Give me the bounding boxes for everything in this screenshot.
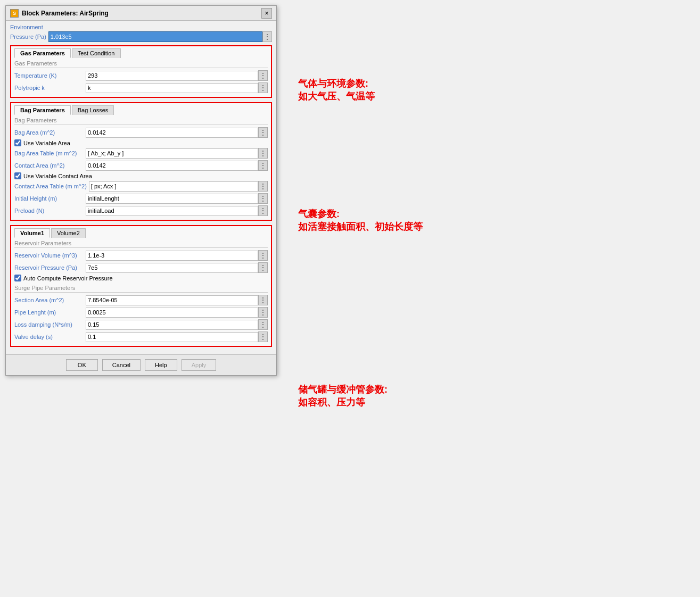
reservoir-volume-input[interactable] xyxy=(86,251,258,261)
bag-area-table-menu-btn[interactable]: ⋮ xyxy=(258,148,268,159)
temperature-label: Temperature (K) xyxy=(14,72,84,79)
auto-compute-checkbox[interactable] xyxy=(14,275,21,281)
volume-tab-1[interactable]: Volume1 xyxy=(14,228,50,238)
loss-damping-menu-btn[interactable]: ⋮ xyxy=(258,319,268,330)
polytropic-row: Polytropic k ⋮ xyxy=(14,82,268,93)
reservoir-annotation: 储气罐与缓冲管参数: 如容积、压力等 xyxy=(298,383,388,409)
preload-menu-btn[interactable]: ⋮ xyxy=(258,205,268,216)
use-variable-area-checkbox[interactable] xyxy=(14,139,21,146)
initial-height-input[interactable] xyxy=(86,194,258,204)
volume-tab-2[interactable]: Volume2 xyxy=(51,228,86,238)
reservoir-pressure-input[interactable] xyxy=(86,263,258,273)
pipe-length-input[interactable] xyxy=(86,308,258,318)
dialog-title: Block Parameters: AirSpring xyxy=(22,10,109,17)
dialog-footer: OK Cancel Help Apply xyxy=(6,354,276,375)
initial-height-label: Initial Height (m) xyxy=(14,195,84,202)
initial-height-menu-btn[interactable]: ⋮ xyxy=(258,193,268,204)
pipe-length-row: Pipe Lenght (m) ⋮ xyxy=(14,307,268,318)
volume-tab-strip: Volume1 Volume2 xyxy=(14,228,268,238)
use-variable-contact-checkbox[interactable] xyxy=(14,172,21,179)
pressure-menu-btn[interactable]: ⋮ xyxy=(262,31,272,42)
help-button[interactable]: Help xyxy=(145,359,177,371)
gas-group-label: Gas Parameters xyxy=(14,60,268,68)
reservoir-annotation-desc: 如容积、压力等 xyxy=(298,396,388,409)
use-variable-area-row: Use Variable Area xyxy=(14,139,268,146)
gas-tab-parameters[interactable]: Gas Parameters xyxy=(14,48,71,58)
section-area-label: Section Area (m^2) xyxy=(14,297,84,303)
bag-tab-losses[interactable]: Bag Losses xyxy=(72,105,114,115)
valve-delay-input[interactable] xyxy=(86,332,258,342)
reservoir-volume-row: Reservoir Volume (m^3) ⋮ xyxy=(14,250,268,261)
title-left: S Block Parameters: AirSpring xyxy=(10,9,109,18)
initial-height-row: Initial Height (m) ⋮ xyxy=(14,193,268,204)
preload-label: Preload (N) xyxy=(14,208,84,214)
temperature-row: Temperature (K) ⋮ xyxy=(14,70,268,81)
contact-area-label: Contact Area (m^2) xyxy=(14,162,84,169)
contact-area-table-input[interactable] xyxy=(89,181,258,192)
contact-area-input[interactable] xyxy=(86,161,258,171)
bag-annotation: 气囊参数: 如活塞接触面积、初始长度等 xyxy=(298,208,423,233)
reservoir-pressure-row: Reservoir Pressure (Pa) ⋮ xyxy=(14,262,268,273)
polytropic-label: Polytropic k xyxy=(14,85,84,91)
bag-area-menu-btn[interactable]: ⋮ xyxy=(258,127,268,138)
section-area-menu-btn[interactable]: ⋮ xyxy=(258,295,268,305)
volume-section: Volume1 Volume2 Reservoir Parameters Res… xyxy=(10,225,272,347)
dialog-body: Environment Pressure (Pa) ⋮ Gas Paramete… xyxy=(6,21,276,354)
contact-area-table-menu-btn[interactable]: ⋮ xyxy=(258,181,268,192)
close-button[interactable]: × xyxy=(261,8,272,19)
bag-tab-parameters[interactable]: Bag Parameters xyxy=(14,105,71,115)
contact-area-row: Contact Area (m^2) ⋮ xyxy=(14,160,268,171)
contact-area-table-row: Contact Area Table (m m^2) ⋮ xyxy=(14,181,268,192)
dialog-inner: Environment Pressure (Pa) ⋮ Gas Paramete… xyxy=(6,21,276,375)
pressure-input[interactable] xyxy=(48,31,262,42)
use-variable-area-label: Use Variable Area xyxy=(23,140,70,146)
block-parameters-dialog: S Block Parameters: AirSpring × Environm… xyxy=(5,5,277,376)
auto-compute-label: Auto Compute Reservoir Pressure xyxy=(23,275,113,281)
bag-group-label: Bag Parameters xyxy=(14,117,268,125)
bag-area-row: Bag Area (m^2) ⋮ xyxy=(14,127,268,138)
contact-area-menu-btn[interactable]: ⋮ xyxy=(258,160,268,171)
surge-group-label: Surge Pipe Parameters xyxy=(14,285,268,293)
bag-tab-strip: Bag Parameters Bag Losses xyxy=(14,105,268,115)
pipe-length-label: Pipe Lenght (m) xyxy=(14,309,84,316)
gas-annotation: 气体与环境参数: 如大气压、气温等 xyxy=(298,77,375,103)
reservoir-volume-label: Reservoir Volume (m^3) xyxy=(14,252,84,259)
valve-delay-menu-btn[interactable]: ⋮ xyxy=(258,331,268,342)
reservoir-pressure-menu-btn[interactable]: ⋮ xyxy=(258,262,268,273)
bag-area-table-row: Bag Area Table (m m^2) ⋮ xyxy=(14,148,268,159)
use-variable-contact-label: Use Variable Contact Area xyxy=(23,173,92,179)
dialog-icon: S xyxy=(10,9,19,18)
gas-tab-test-condition[interactable]: Test Condition xyxy=(72,48,121,58)
dialog-titlebar: S Block Parameters: AirSpring × xyxy=(6,6,276,21)
reservoir-volume-menu-btn[interactable]: ⋮ xyxy=(258,250,268,261)
use-variable-contact-row: Use Variable Contact Area xyxy=(14,172,268,179)
preload-row: Preload (N) ⋮ xyxy=(14,205,268,216)
pipe-length-menu-btn[interactable]: ⋮ xyxy=(258,307,268,318)
valve-delay-label: Valve delay (s) xyxy=(14,334,84,340)
auto-compute-row: Auto Compute Reservoir Pressure xyxy=(14,275,268,281)
gas-tab-strip: Gas Parameters Test Condition xyxy=(14,48,268,58)
section-area-row: Section Area (m^2) ⋮ xyxy=(14,295,268,305)
preload-input[interactable] xyxy=(86,206,258,216)
temperature-input[interactable] xyxy=(86,71,258,81)
polytropic-menu-btn[interactable]: ⋮ xyxy=(258,82,268,93)
env-label: Environment xyxy=(10,24,272,30)
loss-damping-row: Loss damping (N*s/m) ⋮ xyxy=(14,319,268,330)
bag-area-input[interactable] xyxy=(86,128,258,138)
section-area-input[interactable] xyxy=(86,295,258,305)
gas-annotation-desc: 如大气压、气温等 xyxy=(298,90,375,103)
bag-area-table-label: Bag Area Table (m m^2) xyxy=(14,150,84,156)
loss-damping-input[interactable] xyxy=(86,320,258,330)
cancel-button[interactable]: Cancel xyxy=(102,359,141,371)
polytropic-input[interactable] xyxy=(86,83,258,93)
reservoir-annotation-title: 储气罐与缓冲管参数: xyxy=(298,383,388,396)
pressure-row: Pressure (Pa) ⋮ xyxy=(10,31,272,42)
ok-button[interactable]: OK xyxy=(66,359,98,371)
reservoir-group-label: Reservoir Parameters xyxy=(14,240,268,248)
bag-annotation-title: 气囊参数: xyxy=(298,208,423,220)
bag-area-table-input[interactable] xyxy=(86,148,258,159)
contact-area-table-label: Contact Area Table (m m^2) xyxy=(14,183,87,189)
apply-button[interactable]: Apply xyxy=(182,359,217,371)
temperature-menu-btn[interactable]: ⋮ xyxy=(258,70,268,81)
gas-annotation-title: 气体与环境参数: xyxy=(298,77,375,90)
